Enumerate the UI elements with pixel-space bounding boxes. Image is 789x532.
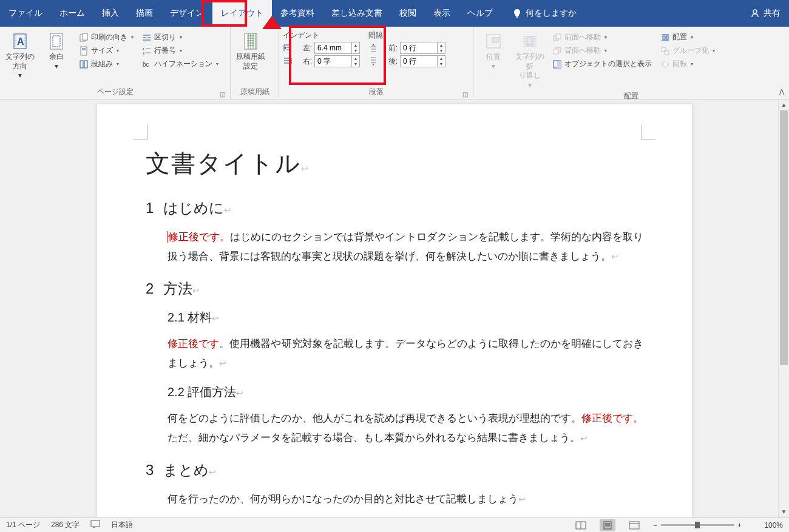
wrap-icon bbox=[520, 32, 540, 51]
position-icon bbox=[484, 32, 503, 51]
heading-3: 3まとめ↩ bbox=[146, 460, 643, 480]
svg-rect-21 bbox=[554, 49, 558, 54]
group-arrange: 位置▾ 文字列の折 り返し▾ 前面へ移動▾ 背面へ移動▾ オブジェクトの選択と表… bbox=[473, 27, 789, 99]
columns-button[interactable]: 段組み▾ bbox=[76, 58, 136, 70]
heading-2: 2方法↩ bbox=[146, 279, 643, 298]
tell-me[interactable]: 何をしますか bbox=[504, 8, 585, 19]
svg-rect-26 bbox=[662, 47, 666, 52]
zoom-slider[interactable]: − + bbox=[653, 521, 742, 530]
rotate-icon bbox=[660, 59, 670, 69]
breaks-icon bbox=[142, 33, 152, 42]
spacing-after-spinbox[interactable]: ▲▼ bbox=[400, 55, 445, 67]
svg-point-0 bbox=[753, 10, 757, 13]
spin-up[interactable]: ▲ bbox=[352, 42, 359, 48]
svg-rect-9 bbox=[84, 61, 87, 68]
svg-rect-16 bbox=[492, 38, 498, 42]
paragraph: 修正後です。はじめにのセクションでは背景やイントロダクションを記載します。学術的… bbox=[168, 227, 643, 267]
spin-up[interactable]: ▲ bbox=[438, 42, 445, 48]
svg-text:A: A bbox=[17, 36, 24, 47]
indent-left-icon bbox=[283, 43, 293, 53]
spin-down[interactable]: ▼ bbox=[438, 48, 445, 53]
spin-down[interactable]: ▼ bbox=[352, 48, 359, 53]
orientation-button[interactable]: 印刷の向き▾ bbox=[76, 32, 136, 43]
tab-home[interactable]: ホーム bbox=[51, 0, 93, 27]
zoom-track[interactable] bbox=[661, 524, 734, 526]
scroll-thumb[interactable] bbox=[780, 110, 788, 365]
doc-title: 文書タイトル↩ bbox=[146, 147, 643, 180]
position-button: 位置▾ bbox=[477, 29, 510, 71]
svg-rect-6 bbox=[83, 33, 87, 40]
page[interactable]: 文書タイトル↩ 1はじめに↩ 修正後です。はじめにのセクションでは背景やイントロ… bbox=[97, 104, 692, 517]
document-area: 文書タイトル↩ 1はじめに↩ 修正後です。はじめにのセクションでは背景やイントロ… bbox=[0, 99, 789, 517]
zoom-out-button[interactable]: − bbox=[653, 521, 657, 530]
margins-icon bbox=[47, 32, 66, 51]
hyphenation-button[interactable]: bca-ハイフネーション▾ bbox=[140, 58, 221, 70]
tab-mailings[interactable]: 差し込み文書 bbox=[323, 0, 391, 27]
spacing-before-input[interactable] bbox=[401, 42, 437, 53]
hyphenation-icon: bca- bbox=[142, 59, 152, 69]
view-web-layout[interactable] bbox=[626, 519, 642, 531]
vertical-scrollbar[interactable]: ▲ ▼ bbox=[778, 99, 789, 517]
spin-down[interactable]: ▼ bbox=[438, 61, 445, 67]
scroll-down-button[interactable]: ▼ bbox=[779, 507, 789, 517]
columns-icon bbox=[79, 59, 89, 69]
indent-right-spinbox[interactable]: ▲▼ bbox=[314, 55, 360, 67]
spin-up[interactable]: ▲ bbox=[438, 56, 445, 61]
zoom-level[interactable]: 100% bbox=[753, 521, 783, 530]
tab-view[interactable]: 表示 bbox=[425, 0, 459, 27]
zoom-in-button[interactable]: + bbox=[737, 521, 742, 530]
size-button[interactable]: サイズ▾ bbox=[76, 45, 136, 56]
svg-text:a-: a- bbox=[143, 60, 146, 64]
view-print-layout[interactable] bbox=[600, 519, 615, 531]
text-direction-button[interactable]: A 文字列の 方向▾ bbox=[4, 29, 36, 81]
indent-right-input[interactable] bbox=[315, 56, 351, 67]
share-button[interactable]: 共有 bbox=[750, 8, 781, 19]
group-label-page-setup: ページ設定 bbox=[97, 87, 134, 96]
tab-file[interactable]: ファイル bbox=[0, 0, 51, 27]
group-paragraph: インデント 左: ▲▼ 右: ▲▼ 間隔 前: ▲▼ bbox=[279, 27, 473, 99]
align-icon bbox=[660, 33, 670, 42]
spin-up[interactable]: ▲ bbox=[352, 56, 359, 61]
paragraph: 修正後です。使用機器や研究対象を記載します。データならどのように取得したのかを明… bbox=[168, 334, 643, 374]
tab-design[interactable]: デザイン bbox=[161, 0, 212, 27]
group-page-setup: A 文字列の 方向▾ 余白▾ 印刷の向き▾ サイズ▾ 段組み▾ 区切り▾ 12行… bbox=[0, 27, 231, 99]
send-backward-button: 背面へ移動▾ bbox=[550, 45, 654, 56]
align-button[interactable]: 配置▾ bbox=[658, 32, 717, 43]
proofing-icon[interactable] bbox=[90, 520, 100, 530]
indent-right-icon bbox=[283, 56, 293, 66]
zoom-thumb[interactable] bbox=[695, 522, 700, 528]
line-numbers-button[interactable]: 12行番号▾ bbox=[140, 45, 221, 56]
spacing-after-icon bbox=[368, 56, 378, 66]
status-language[interactable]: 日本語 bbox=[111, 520, 133, 530]
bring-forward-icon bbox=[552, 33, 562, 42]
indent-left-label: 左: bbox=[295, 43, 312, 53]
tab-help[interactable]: ヘルプ bbox=[459, 0, 501, 27]
tab-draw[interactable]: 描画 bbox=[127, 0, 161, 27]
selection-pane-button[interactable]: オブジェクトの選択と表示 bbox=[550, 58, 654, 70]
paragraph-launcher[interactable]: ◲ bbox=[462, 91, 468, 98]
rotate-button: 回転▾ bbox=[658, 58, 717, 70]
tell-me-label: 何をしますか bbox=[526, 8, 577, 19]
view-read-mode[interactable] bbox=[573, 519, 589, 531]
spacing-before-spinbox[interactable]: ▲▼ bbox=[400, 42, 445, 54]
scroll-up-button[interactable]: ▲ bbox=[779, 99, 789, 110]
breaks-button[interactable]: 区切り▾ bbox=[140, 32, 221, 43]
collapse-ribbon-button[interactable]: ᐱ bbox=[779, 88, 784, 96]
spacing-after-input[interactable] bbox=[401, 56, 437, 67]
spin-down[interactable]: ▼ bbox=[352, 61, 359, 67]
status-word-count[interactable]: 286 文字 bbox=[51, 520, 80, 530]
tab-review[interactable]: 校閲 bbox=[391, 0, 425, 27]
svg-rect-31 bbox=[629, 522, 639, 529]
size-icon bbox=[79, 46, 89, 56]
manuscript-settings-button[interactable]: 原稿用紙 設定 bbox=[234, 29, 267, 71]
margins-button[interactable]: 余白▾ bbox=[40, 29, 73, 71]
svg-rect-8 bbox=[80, 61, 83, 68]
status-page[interactable]: 1/1 ページ bbox=[6, 520, 40, 530]
svg-rect-30 bbox=[604, 522, 611, 529]
spacing-before-icon bbox=[368, 43, 378, 53]
page-setup-launcher[interactable]: ◲ bbox=[220, 91, 225, 98]
tab-insert[interactable]: 挿入 bbox=[93, 0, 127, 27]
scroll-track[interactable] bbox=[779, 110, 789, 507]
indent-left-input[interactable] bbox=[315, 42, 351, 53]
indent-left-spinbox[interactable]: ▲▼ bbox=[314, 42, 360, 54]
